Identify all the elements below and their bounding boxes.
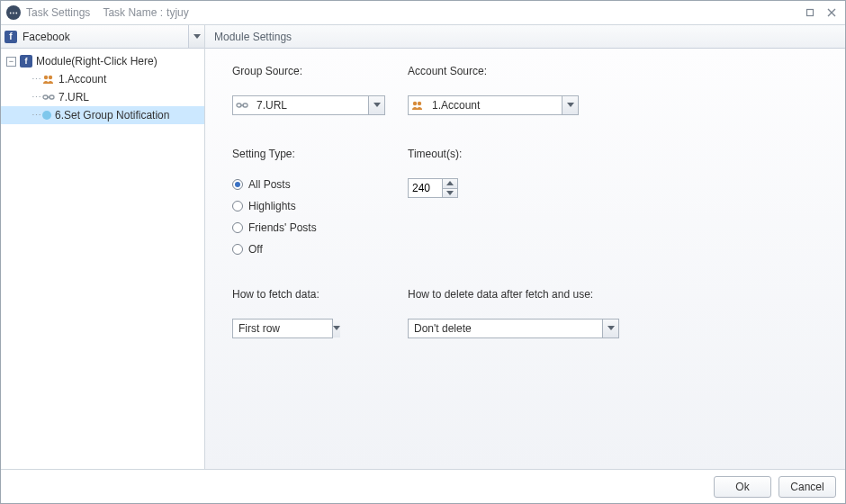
tree-connector-icon: ⋯ [32,74,40,86]
group-source-value: 7.URL [251,96,368,114]
svg-rect-0 [807,10,814,16]
setting-type-radio-group: All Posts Highlights Friends' Posts [232,178,408,256]
svg-point-10 [418,102,421,105]
sidebar: f Facebook − f Module(Right-Click Here) … [1,25,205,469]
radio-label: Highlights [248,200,296,212]
tree-connector-icon: ⋯ [32,110,40,122]
module-dot-icon [42,111,51,120]
ok-button[interactable]: Ok [714,476,771,498]
link-icon [42,91,55,104]
sidebar-platform-dropdown-button[interactable] [188,25,204,48]
account-source-dropdown-button[interactable] [562,96,578,114]
svg-point-1 [44,76,48,79]
delete-after-selector[interactable]: Don't delete [408,319,619,338]
titlebar: ⋯ Task Settings Task Name : tyjuy [1,1,845,24]
fetch-value: First row [233,320,332,338]
module-tree: − f Module(Right-Click Here) ⋯ 1.Account… [1,49,204,469]
footer: Ok Cancel [1,469,845,503]
account-icon [42,73,55,86]
radio-label: Friends' Posts [248,221,317,234]
timeout-spinner[interactable] [408,178,458,198]
delete-after-label: How to delete data after fetch and use: [408,288,642,301]
window-restore-button[interactable] [802,4,818,21]
radio-indicator [232,201,243,212]
tree-connector-icon: ⋯ [32,92,40,104]
radio-indicator [232,222,243,233]
tree-item-account[interactable]: ⋯ 1.Account [1,70,204,88]
account-source-selector[interactable]: 1.Account [408,95,579,115]
sidebar-platform-combo[interactable]: f Facebook [1,25,188,48]
task-settings-window: ⋯ Task Settings Task Name : tyjuy f Face… [0,0,846,504]
body: f Facebook − f Module(Right-Click Here) … [1,24,845,469]
setting-type-label: Setting Type: [232,148,408,160]
cancel-button[interactable]: Cancel [778,476,836,498]
facebook-icon: f [4,31,17,43]
tree-item-label: 6.Set Group Notification [55,109,169,122]
group-source-selector[interactable]: 7.URL [232,95,385,115]
main-header-title: Module Settings [214,31,292,43]
timeout-label: Timeout(s): [408,148,583,160]
tree-item-label: 1.Account [58,73,106,86]
delete-after-value: Don't delete [409,320,602,338]
radio-indicator [232,244,243,255]
titlebar-task-label: Task Name : [103,6,163,19]
account-icon [409,96,427,114]
delete-after-dropdown-button[interactable] [602,320,618,338]
svg-point-9 [413,102,417,105]
tree-item-label: 7.URL [58,91,89,104]
radio-friends-posts[interactable]: Friends' Posts [232,221,408,234]
timeout-input[interactable] [408,178,442,198]
tree-item-set-group-notification[interactable]: ⋯ 6.Set Group Notification [1,106,204,124]
account-source-label: Account Source: [408,65,583,77]
main-panel: Module Settings Group Source: Account So… [205,25,845,469]
radio-label: Off [248,243,263,256]
fetch-selector[interactable]: First row [232,319,333,338]
window-close-button[interactable] [824,4,840,21]
app-icon: ⋯ [6,5,21,20]
main-content: Group Source: Account Source: 7.URL [205,49,845,469]
facebook-icon: f [20,55,32,68]
tree-item-url[interactable]: ⋯ 7.URL [1,88,204,106]
fetch-dropdown-button[interactable] [332,320,340,338]
fetch-label: How to fetch data: [232,288,408,301]
svg-point-2 [49,76,52,79]
radio-highlights[interactable]: Highlights [232,200,408,212]
tree-root[interactable]: − f Module(Right-Click Here) [1,52,204,70]
radio-label: All Posts [248,178,291,191]
sidebar-platform-label: Facebook [22,31,70,43]
account-source-value: 1.Account [427,96,562,114]
link-icon [233,96,251,114]
titlebar-task-name: tyjuy [166,6,189,19]
timeout-decrement[interactable] [443,189,457,198]
radio-off[interactable]: Off [232,243,408,256]
tree-root-label: Module(Right-Click Here) [36,55,158,68]
radio-all-posts[interactable]: All Posts [232,178,408,191]
group-source-label: Group Source: [232,65,408,77]
titlebar-title: Task Settings [26,6,90,19]
timeout-increment[interactable] [443,179,457,189]
sidebar-platform-selector[interactable]: f Facebook [1,25,204,49]
tree-expand-toggle[interactable]: − [6,57,16,67]
radio-indicator [232,179,243,190]
group-source-dropdown-button[interactable] [368,96,384,114]
main-header: Module Settings [205,25,845,49]
